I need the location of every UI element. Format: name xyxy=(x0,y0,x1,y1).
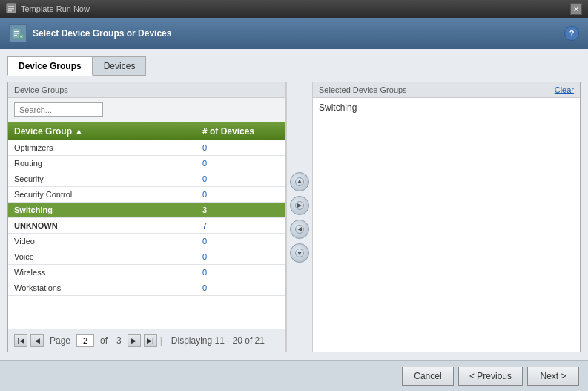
clear-button[interactable]: Clear xyxy=(555,85,574,94)
last-page-button[interactable]: ▶| xyxy=(144,334,157,347)
sort-icon: ▲ xyxy=(74,126,83,137)
search-bar xyxy=(8,98,285,122)
move-down-button[interactable] xyxy=(290,243,309,263)
table-row[interactable]: Voice 0 xyxy=(8,249,285,265)
page-input[interactable] xyxy=(76,334,94,347)
table-row[interactable]: Workstations 0 xyxy=(8,280,285,296)
move-up-button[interactable] xyxy=(290,172,309,191)
svg-rect-5 xyxy=(14,31,19,32)
dialog-wrapper: Template Run Now ✕ Select Device Groups … xyxy=(0,0,588,391)
first-page-button[interactable]: |◀ xyxy=(14,334,27,347)
cell-group: Video xyxy=(8,234,196,249)
cell-devices: 0 xyxy=(196,280,285,295)
pagination-bar: |◀ ◀ Page of 3 ▶ ▶| | Displaying 11 - 20… xyxy=(8,329,285,352)
main-content: Device Groups Device Group ▲ # of Device… xyxy=(7,82,581,352)
svg-marker-12 xyxy=(297,203,302,208)
table-row[interactable]: UNKNOWN 7 xyxy=(8,218,285,234)
cell-devices: 0 xyxy=(196,171,285,186)
left-section-label: Device Groups xyxy=(8,82,285,98)
total-pages: 3 xyxy=(116,335,122,346)
middle-buttons xyxy=(286,82,313,352)
move-right-button[interactable] xyxy=(290,196,309,215)
cell-group: Workstations xyxy=(8,280,196,295)
title-bar-left: Template Run Now xyxy=(6,3,90,16)
cancel-button[interactable]: Cancel xyxy=(402,367,454,386)
svg-rect-6 xyxy=(14,33,19,34)
help-button[interactable]: ? xyxy=(564,26,579,41)
cell-devices: 0 xyxy=(196,140,285,155)
col-group-header: Device Group ▲ xyxy=(8,122,196,140)
next-button[interactable]: Next > xyxy=(527,367,579,386)
close-icon[interactable]: ✕ xyxy=(570,3,582,15)
cell-group: Optimizers xyxy=(8,140,196,155)
cell-group: UNKNOWN xyxy=(8,218,196,233)
table-row[interactable]: Wireless 0 xyxy=(8,265,285,280)
cell-group: Wireless xyxy=(8,265,196,280)
left-panel: Device Groups Device Group ▲ # of Device… xyxy=(8,82,286,352)
tab-device-groups[interactable]: Device Groups xyxy=(7,56,93,76)
dialog-header-title: Select Device Groups or Devices xyxy=(9,24,171,42)
cell-devices: 0 xyxy=(196,265,285,280)
cell-devices: 0 xyxy=(196,234,285,249)
dialog-body: Device Groups Devices Device Groups Devi… xyxy=(0,49,588,360)
tab-devices[interactable]: Devices xyxy=(93,56,147,76)
svg-marker-10 xyxy=(297,180,302,183)
title-bar-icon xyxy=(6,3,16,16)
table-header: Device Group ▲ # of Devices xyxy=(8,122,285,140)
cell-devices: 0 xyxy=(196,156,285,171)
cell-devices: 3 xyxy=(196,203,285,217)
col-devices-header: # of Devices xyxy=(196,122,285,140)
table-row-selected[interactable]: Switching 3 xyxy=(8,203,285,218)
move-left-button[interactable] xyxy=(290,220,309,239)
previous-button[interactable]: < Previous xyxy=(458,367,523,386)
cell-devices: 0 xyxy=(196,187,285,202)
cell-group: Security xyxy=(8,171,196,186)
of-label: of xyxy=(100,335,108,346)
table-row[interactable]: Security Control 0 xyxy=(8,187,285,203)
svg-marker-14 xyxy=(297,227,302,231)
prev-page-button[interactable]: ◀ xyxy=(30,334,44,347)
right-panel: Selected Device Groups Clear Switching xyxy=(313,82,580,352)
selected-items-list: Switching xyxy=(313,98,580,117)
table-row[interactable]: Security 0 xyxy=(8,171,285,187)
display-info: Displaying 11 - 20 of 21 xyxy=(171,335,265,346)
selected-label: Selected Device Groups xyxy=(319,85,407,94)
cell-devices: 7 xyxy=(196,218,285,233)
table-body: Optimizers 0 Routing 0 Security 0 Securi… xyxy=(8,140,285,329)
cell-group: Voice xyxy=(8,249,196,264)
dialog-header: Select Device Groups or Devices ? xyxy=(0,18,588,49)
page-label: Page xyxy=(50,335,70,346)
dialog-footer: Cancel < Previous Next > xyxy=(0,360,588,391)
list-item[interactable]: Switching xyxy=(319,102,574,113)
table-row[interactable]: Routing 0 xyxy=(8,156,285,171)
cell-group: Security Control xyxy=(8,187,196,202)
cell-devices: 0 xyxy=(196,249,285,264)
table-row[interactable]: Video 0 xyxy=(8,234,285,249)
svg-rect-3 xyxy=(8,10,12,12)
next-page-button[interactable]: ▶ xyxy=(128,334,141,347)
cell-group: Routing xyxy=(8,156,196,171)
title-bar-title: Template Run Now xyxy=(21,4,90,13)
select-icon xyxy=(9,24,27,42)
table-row[interactable]: Optimizers 0 xyxy=(8,140,285,156)
svg-marker-16 xyxy=(297,252,302,255)
search-input[interactable] xyxy=(14,102,103,117)
svg-rect-1 xyxy=(8,6,14,7)
tabs-container: Device Groups Devices xyxy=(7,56,581,76)
svg-rect-2 xyxy=(8,8,14,10)
header-title-text: Select Device Groups or Devices xyxy=(33,28,171,39)
cell-group: Switching xyxy=(8,203,196,217)
svg-rect-7 xyxy=(14,35,17,36)
separator: | xyxy=(160,335,162,346)
title-bar: Template Run Now ✕ xyxy=(0,0,588,18)
right-panel-header: Selected Device Groups Clear xyxy=(313,82,580,98)
